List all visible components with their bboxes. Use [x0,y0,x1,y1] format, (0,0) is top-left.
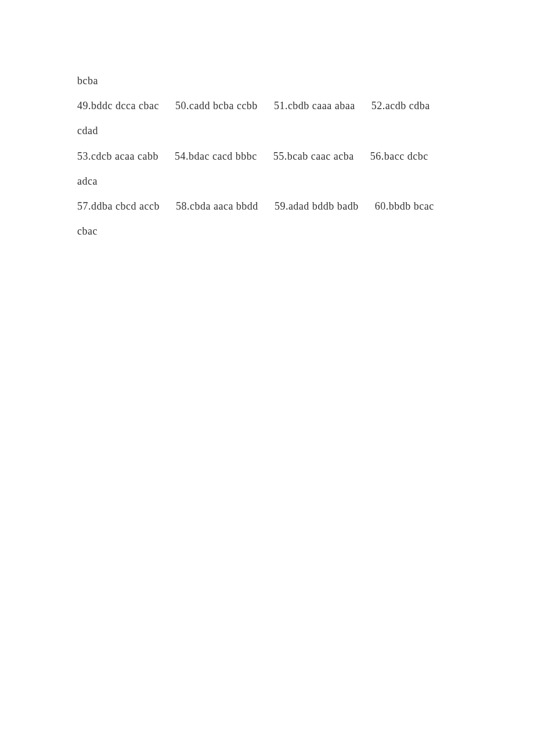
text-line: 53.cdcb acaa cabb 54.bdac cacd bbbc 55.b… [77,144,459,169]
text-line: cdad [77,118,459,143]
answer-item: 49.bddc dcca cbac [77,93,159,118]
item-number: 50 [175,100,186,111]
answer-item: 53.cdcb acaa cabb [77,144,158,169]
answer-item: 50.cadd bcba ccbb [175,93,258,118]
item-codes: adad bddb badb [288,200,359,212]
item-codes: bbdb bcac [389,200,434,212]
text-line: adca [77,169,459,194]
item-codes: cdcb acaa cabb [91,150,158,162]
item-codes: cadd bcba ccbb [189,100,258,111]
answer-item: 59.adad bddb badb [275,194,359,219]
answer-item: 57.ddba cbcd accb [77,194,160,219]
item-number: 55 [273,150,284,162]
answer-item: 55.bcab caac acba [273,144,354,169]
item-number: 54 [175,150,186,162]
text-fragment: cbac [77,225,98,237]
answer-item: 52.acdb cdba [371,93,430,118]
text-fragment: adca [77,175,98,187]
text-line: 49.bddc dcca cbac 50.cadd bcba ccbb 51.c… [77,93,459,118]
item-number: 51 [274,100,285,111]
item-codes: cbda aaca bbdd [190,200,258,212]
item-number: 60 [375,200,386,212]
text-line: cbac [77,219,459,244]
item-number: 58 [176,200,187,212]
text-fragment: cdad [77,125,98,136]
answer-item: 60.bbdb bcac [375,194,434,219]
item-codes: bcab caac acba [287,150,354,162]
item-codes: bddc dcca cbac [91,100,159,111]
answer-item: 51.cbdb caaa abaa [274,93,355,118]
text-line: 57.ddba cbcd accb 58.cbda aaca bbdd 59.a… [77,194,459,219]
item-number: 56 [370,150,381,162]
item-number: 52 [371,100,383,111]
item-codes: bdac cacd bbbc [189,150,257,162]
item-number: 57 [77,200,88,212]
item-number: 59 [275,200,286,212]
answer-item: 54.bdac cacd bbbc [175,144,257,169]
item-codes: bacc dcbc [384,150,428,162]
text-line: bcba [77,69,459,93]
answer-item: 58.cbda aaca bbdd [176,194,258,219]
item-number: 49 [77,100,88,111]
item-number: 53 [77,150,88,162]
item-codes: cbdb caaa abaa [288,100,355,111]
item-codes: acdb cdba [385,100,430,111]
answer-item: 56.bacc dcbc [370,144,428,169]
text-fragment: bcba [77,75,98,87]
document-page: bcba 49.bddc dcca cbac 50.cadd bcba ccbb… [0,0,534,244]
item-codes: ddba cbcd accb [91,200,160,212]
